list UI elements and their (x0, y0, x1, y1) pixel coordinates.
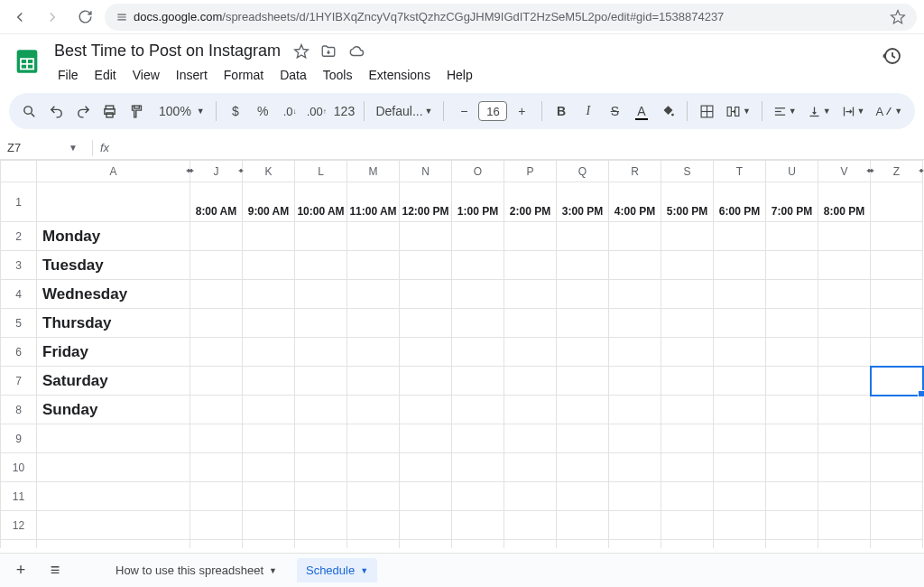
col-header-R[interactable]: R (609, 161, 661, 182)
cell-T4[interactable] (714, 280, 766, 309)
cell-Q12[interactable] (557, 511, 609, 540)
cell-N1[interactable]: 12:00 PM (400, 182, 452, 222)
col-header-N[interactable]: N (400, 161, 452, 182)
row-header-3[interactable]: 3 (1, 251, 37, 280)
menu-help[interactable]: Help (439, 64, 480, 86)
cell-P11[interactable] (504, 482, 557, 511)
cell-U11[interactable] (766, 482, 818, 511)
cell-U7[interactable] (766, 367, 818, 396)
strikethrough-button[interactable]: S (604, 98, 627, 124)
cell-V10[interactable] (818, 453, 871, 482)
cell-S8[interactable] (661, 396, 714, 424)
cell-R11[interactable] (609, 482, 661, 511)
cell-V4[interactable] (818, 280, 871, 309)
row-header-8[interactable]: 8 (1, 396, 37, 424)
cell-Q10[interactable] (557, 453, 609, 482)
cell-L13[interactable] (295, 540, 347, 549)
cell-P7[interactable] (504, 367, 557, 396)
row-header-4[interactable]: 4 (1, 280, 37, 309)
cell-S6[interactable] (661, 338, 714, 367)
cell-P13[interactable] (504, 540, 557, 549)
bookmark-icon[interactable] (890, 9, 906, 25)
cell-J3[interactable] (190, 251, 243, 280)
star-icon[interactable] (293, 43, 310, 60)
rotate-button[interactable]: A▼ (873, 105, 907, 118)
cell-R10[interactable] (609, 453, 661, 482)
cell-J8[interactable] (190, 396, 243, 424)
cell-L3[interactable] (295, 251, 347, 280)
cell-U3[interactable] (766, 251, 818, 280)
cell-A7[interactable]: Saturday (37, 367, 190, 396)
cell-P4[interactable] (504, 280, 557, 309)
cell-T7[interactable] (714, 367, 766, 396)
cell-R9[interactable] (609, 424, 661, 453)
cell-T9[interactable] (714, 424, 766, 453)
cell-R13[interactable] (609, 540, 661, 549)
cell-Q4[interactable] (557, 280, 609, 309)
cell-R2[interactable] (609, 222, 661, 251)
cell-O2[interactable] (452, 222, 504, 251)
cell-S12[interactable] (661, 511, 714, 540)
cell-L11[interactable] (295, 482, 347, 511)
cell-U2[interactable] (766, 222, 818, 251)
cell-T5[interactable] (714, 309, 766, 338)
cell-R8[interactable] (609, 396, 661, 424)
row-header-12[interactable]: 12 (1, 511, 37, 540)
menu-insert[interactable]: Insert (169, 64, 215, 86)
cell-U12[interactable] (766, 511, 818, 540)
cell-K5[interactable] (243, 309, 295, 338)
cell-J11[interactable] (190, 482, 243, 511)
all-sheets-button[interactable]: ≡ (43, 559, 67, 582)
cell-O3[interactable] (452, 251, 504, 280)
cell-V9[interactable] (818, 424, 871, 453)
cell-Q6[interactable] (557, 338, 609, 367)
cell-P1[interactable]: 2:00 PM (504, 182, 557, 222)
cell-M13[interactable] (347, 540, 400, 549)
back-button[interactable] (7, 5, 32, 30)
cell-O9[interactable] (452, 424, 504, 453)
cell-A1[interactable] (37, 182, 190, 222)
cell-L1[interactable]: 10:00 AM (295, 182, 347, 222)
cell-A12[interactable] (37, 511, 190, 540)
cell-Q5[interactable] (557, 309, 609, 338)
cell-S9[interactable] (661, 424, 714, 453)
reload-button[interactable] (72, 5, 97, 30)
cell-J7[interactable] (190, 367, 243, 396)
cell-P12[interactable] (504, 511, 557, 540)
name-box[interactable]: Z7 (7, 141, 61, 154)
decrease-decimal-icon[interactable]: .0↓ (278, 98, 301, 124)
col-header-A[interactable]: A (37, 161, 190, 182)
cell-N11[interactable] (400, 482, 452, 511)
move-icon[interactable] (320, 43, 337, 60)
currency-button[interactable]: $ (224, 98, 247, 124)
undo-icon[interactable] (45, 98, 69, 124)
cell-S7[interactable] (661, 367, 714, 396)
cell-R1[interactable]: 4:00 PM (609, 182, 661, 222)
cell-T10[interactable] (714, 453, 766, 482)
redo-icon[interactable] (71, 98, 95, 124)
row-header-6[interactable]: 6 (1, 338, 37, 367)
cell-Z1[interactable] (871, 182, 923, 222)
cell-M5[interactable] (347, 309, 400, 338)
cell-A4[interactable]: Wednesday (37, 280, 190, 309)
row-header-7[interactable]: 7 (1, 367, 37, 396)
increase-decimal-icon[interactable]: .00↑ (305, 98, 328, 124)
percent-button[interactable]: % (251, 98, 274, 124)
cell-S11[interactable] (661, 482, 714, 511)
cell-J6[interactable] (190, 338, 243, 367)
cell-R6[interactable] (609, 338, 661, 367)
cell-Q1[interactable]: 3:00 PM (557, 182, 609, 222)
cell-V12[interactable] (818, 511, 871, 540)
cell-Z8[interactable] (871, 396, 923, 424)
cell-R4[interactable] (609, 280, 661, 309)
row-header-10[interactable]: 10 (1, 453, 37, 482)
cell-A6[interactable]: Friday (37, 338, 190, 367)
merge-button[interactable]: ▼ (722, 104, 754, 119)
cell-R3[interactable] (609, 251, 661, 280)
cell-A8[interactable]: Sunday (37, 396, 190, 424)
cell-U6[interactable] (766, 338, 818, 367)
add-sheet-button[interactable]: + (9, 559, 32, 582)
cell-U9[interactable] (766, 424, 818, 453)
select-all-corner[interactable] (1, 161, 37, 182)
cell-P8[interactable] (504, 396, 557, 424)
